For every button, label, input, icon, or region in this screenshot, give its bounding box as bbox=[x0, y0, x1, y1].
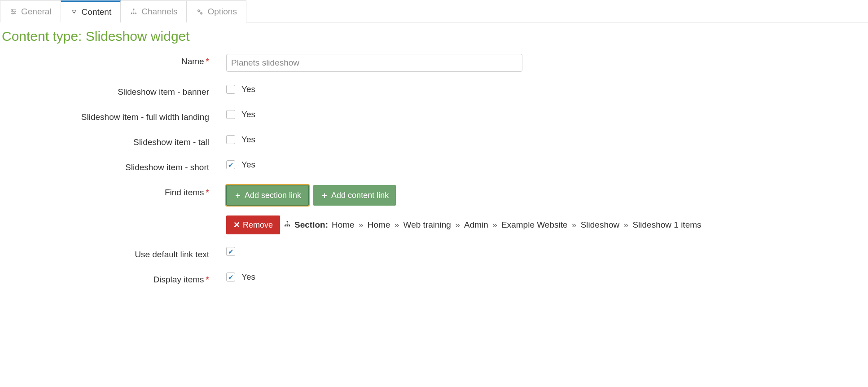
tab-channels-label: Channels bbox=[141, 7, 177, 17]
breadcrumb-segment: Admin bbox=[464, 220, 488, 229]
svg-point-5 bbox=[12, 13, 13, 14]
svg-rect-14 bbox=[287, 225, 288, 227]
breadcrumb-separator: » bbox=[570, 220, 579, 229]
svg-point-11 bbox=[201, 13, 202, 14]
checkbox-banner-label: Yes bbox=[241, 84, 255, 94]
add-section-link-button[interactable]: ＋ Add section link bbox=[226, 185, 309, 206]
label-tall: Slideshow item - tall bbox=[2, 135, 226, 147]
name-input[interactable] bbox=[226, 54, 522, 72]
sitemap-icon bbox=[130, 8, 138, 16]
required-asterisk: * bbox=[206, 188, 209, 197]
tab-general[interactable]: General bbox=[0, 0, 61, 22]
breadcrumb-separator: » bbox=[490, 220, 500, 229]
row-use-default-link-text: Use default link text bbox=[2, 247, 866, 259]
checkbox-short[interactable] bbox=[226, 160, 235, 169]
checkbox-use-default-link-text[interactable] bbox=[226, 247, 235, 256]
label-display-items: Display items* bbox=[2, 272, 226, 285]
add-content-link-button[interactable]: ＋ Add content link bbox=[313, 185, 396, 206]
row-find-items: Find items* ＋ Add section link ＋ Add con… bbox=[2, 185, 866, 234]
breadcrumb-segment: Home bbox=[332, 220, 355, 229]
svg-rect-9 bbox=[135, 13, 136, 14]
breadcrumb-segment: Slideshow bbox=[581, 220, 620, 229]
breadcrumb: Home » Home » Web training » Admin » Exa… bbox=[332, 220, 701, 230]
row-tall: Slideshow item - tall Yes bbox=[2, 135, 866, 147]
row-name: Name* bbox=[2, 54, 866, 72]
svg-rect-13 bbox=[285, 225, 286, 227]
required-asterisk: * bbox=[206, 57, 209, 66]
tab-options[interactable]: Options bbox=[186, 0, 246, 22]
section-label: Section: bbox=[294, 220, 328, 230]
breadcrumb-separator: » bbox=[356, 220, 366, 229]
breadcrumb-segment: Home bbox=[368, 220, 390, 229]
sliders-icon bbox=[9, 8, 18, 16]
tab-content[interactable]: Content bbox=[61, 0, 121, 22]
breadcrumb-separator: » bbox=[453, 220, 462, 229]
svg-point-10 bbox=[198, 10, 200, 12]
page-title: Content type: Slideshow widget bbox=[2, 29, 866, 44]
label-banner: Slideshow item - banner bbox=[2, 84, 226, 97]
sitemap-icon bbox=[284, 220, 291, 230]
svg-rect-12 bbox=[287, 221, 288, 222]
svg-rect-6 bbox=[133, 9, 135, 10]
label-find-items: Find items* bbox=[2, 185, 226, 198]
breadcrumb-segment: Slideshow 1 items bbox=[632, 220, 701, 229]
label-name: Name* bbox=[2, 54, 226, 66]
checkbox-full-width-label: Yes bbox=[241, 110, 255, 119]
checkbox-banner[interactable] bbox=[226, 85, 235, 94]
content-panel: Content type: Slideshow widget Name* Sli… bbox=[0, 22, 868, 315]
required-asterisk: * bbox=[206, 275, 209, 284]
breadcrumb-separator: » bbox=[621, 220, 631, 229]
svg-rect-15 bbox=[289, 225, 290, 227]
remove-button[interactable]: ✕ Remove bbox=[226, 215, 280, 234]
row-full-width: Slideshow item - full width landing Yes bbox=[2, 110, 866, 122]
svg-point-3 bbox=[12, 9, 13, 11]
tab-general-label: General bbox=[21, 7, 52, 17]
label-short: Slideshow item - short bbox=[2, 160, 226, 172]
svg-rect-8 bbox=[133, 13, 135, 14]
label-use-default-link-text: Use default link text bbox=[2, 247, 226, 259]
breadcrumb-segment: Web training bbox=[403, 220, 451, 229]
section-entry: ✕ Remove Section: Home » Home » Web trai… bbox=[226, 215, 701, 234]
breadcrumb-separator: » bbox=[392, 220, 401, 229]
checkbox-tall-label: Yes bbox=[241, 135, 255, 145]
close-icon: ✕ bbox=[233, 220, 240, 230]
row-banner: Slideshow item - banner Yes bbox=[2, 84, 866, 97]
checkbox-display-items[interactable] bbox=[226, 273, 235, 281]
plus-icon: ＋ bbox=[234, 190, 242, 201]
svg-rect-7 bbox=[131, 13, 132, 14]
tab-bar: General Content Channels Options bbox=[0, 0, 868, 22]
tab-content-label: Content bbox=[82, 7, 112, 17]
svg-point-4 bbox=[14, 11, 15, 13]
tab-options-label: Options bbox=[207, 7, 237, 17]
row-short: Slideshow item - short Yes bbox=[2, 160, 866, 172]
checkbox-full-width[interactable] bbox=[226, 110, 235, 119]
checkbox-display-items-label: Yes bbox=[241, 272, 255, 282]
plus-icon: ＋ bbox=[320, 190, 329, 201]
gears-icon bbox=[196, 8, 204, 16]
row-display-items: Display items* Yes bbox=[2, 272, 866, 285]
cubes-icon bbox=[70, 8, 78, 16]
label-full-width: Slideshow item - full width landing bbox=[2, 110, 226, 122]
breadcrumb-segment: Example Website bbox=[501, 220, 568, 229]
tab-channels[interactable]: Channels bbox=[120, 0, 187, 22]
checkbox-tall[interactable] bbox=[226, 135, 235, 144]
checkbox-short-label: Yes bbox=[241, 160, 255, 170]
